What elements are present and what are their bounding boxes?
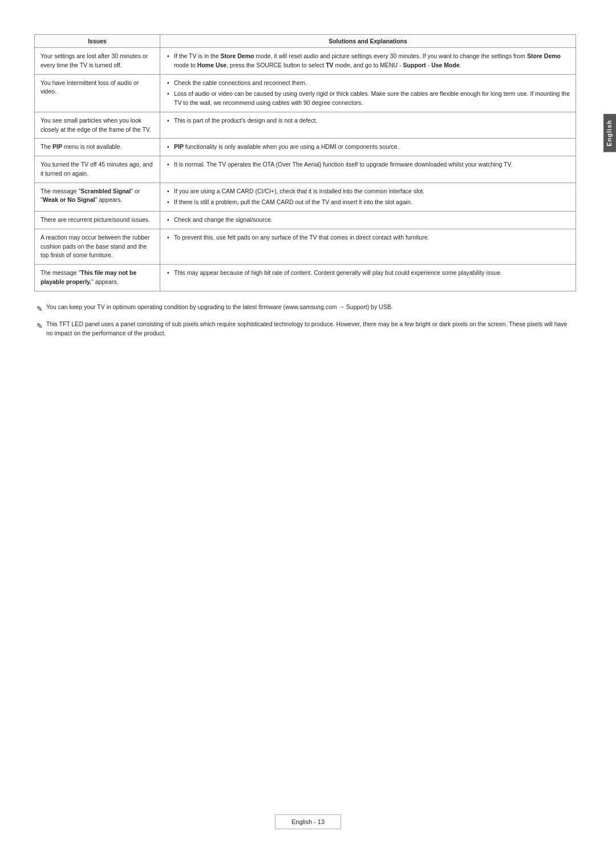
- issue-cell-2: You see small particles when you look cl…: [35, 112, 160, 139]
- solution-item: It is normal. The TV operates the OTA (O…: [166, 160, 570, 169]
- footer-note-text-2: This TFT LED panel uses a panel consisti…: [46, 320, 574, 338]
- issue-cell-3: The PIP menu is not available.: [35, 139, 160, 156]
- table-row: The PIP menu is not available.PIP functi…: [35, 139, 576, 156]
- solution-cell-1: Check the cable connections and reconnec…: [160, 74, 576, 112]
- solution-item: This is part of the product's design and…: [166, 116, 570, 125]
- issue-cell-0: Your settings are lost after 30 minutes …: [35, 48, 160, 75]
- solution-cell-3: PIP functionality is only available when…: [160, 139, 576, 156]
- issue-cell-4: You turned the TV off 45 minutes ago, an…: [35, 156, 160, 183]
- side-tab-label: English: [606, 120, 613, 147]
- table-row: Your settings are lost after 30 minutes …: [35, 48, 576, 75]
- solution-cell-2: This is part of the product's design and…: [160, 112, 576, 139]
- table-row: You see small particles when you look cl…: [35, 112, 576, 139]
- footer-notes: ✎ You can keep your TV in optimum operat…: [34, 303, 576, 338]
- table-body: Your settings are lost after 30 minutes …: [35, 48, 576, 291]
- solution-cell-5: If you are using a CAM CARD (CI/CI+), ch…: [160, 182, 576, 212]
- solution-cell-4: It is normal. The TV operates the OTA (O…: [160, 156, 576, 183]
- solution-cell-0: If the TV is in the Store Demo mode, it …: [160, 48, 576, 75]
- issue-cell-8: The message "This file may not be playab…: [35, 265, 160, 291]
- issues-table: Issues Solutions and Explanations Your s…: [34, 34, 576, 291]
- table-row: You turned the TV off 45 minutes ago, an…: [35, 156, 576, 183]
- page-footer-label: English - 13: [275, 814, 341, 829]
- footer-note-text-1: You can keep your TV in optimum operatin…: [46, 303, 574, 312]
- solution-item: PIP functionality is only available when…: [166, 143, 570, 152]
- solution-item: If there is still a problem, pull the CA…: [166, 198, 570, 207]
- solution-item: Check and change the signal/source.: [166, 216, 570, 225]
- page-footer: English - 13: [0, 814, 616, 829]
- table-row: The message "Scrambled Signal" or "Weak …: [35, 182, 576, 212]
- note-icon-2: ✎: [37, 320, 43, 332]
- solution-item: This may appear because of high bit rate…: [166, 269, 570, 278]
- header-issues: Issues: [35, 35, 160, 48]
- table-row: A reaction may occur between the rubber …: [35, 229, 576, 264]
- page-container: English Issues Solutions and Explanation…: [0, 0, 616, 852]
- solution-item: To prevent this, use felt pads on any su…: [166, 233, 570, 242]
- solution-cell-7: To prevent this, use felt pads on any su…: [160, 229, 576, 264]
- solution-cell-8: This may appear because of high bit rate…: [160, 265, 576, 291]
- table-row: You have intermittent loss of audio or v…: [35, 74, 576, 112]
- footer-note-2: ✎ This TFT LED panel uses a panel consis…: [37, 320, 574, 338]
- note-icon-1: ✎: [37, 303, 43, 315]
- issue-cell-6: There are recurrent picture/sound issues…: [35, 212, 160, 229]
- issue-cell-1: You have intermittent loss of audio or v…: [35, 74, 160, 112]
- footer-note-1: ✎ You can keep your TV in optimum operat…: [37, 303, 574, 315]
- solution-cell-6: Check and change the signal/source.: [160, 212, 576, 229]
- issue-cell-5: The message "Scrambled Signal" or "Weak …: [35, 182, 160, 212]
- solution-item: Loss of audio or video can be caused by …: [166, 90, 570, 108]
- solution-item: Check the cable connections and reconnec…: [166, 79, 570, 88]
- table-row: The message "This file may not be playab…: [35, 265, 576, 291]
- solution-item: If the TV is in the Store Demo mode, it …: [166, 52, 570, 70]
- side-tab: English: [603, 114, 616, 152]
- table-header-row: Issues Solutions and Explanations: [35, 35, 576, 48]
- header-solutions: Solutions and Explanations: [160, 35, 576, 48]
- issue-cell-7: A reaction may occur between the rubber …: [35, 229, 160, 264]
- solution-item: If you are using a CAM CARD (CI/CI+), ch…: [166, 187, 570, 196]
- table-row: There are recurrent picture/sound issues…: [35, 212, 576, 229]
